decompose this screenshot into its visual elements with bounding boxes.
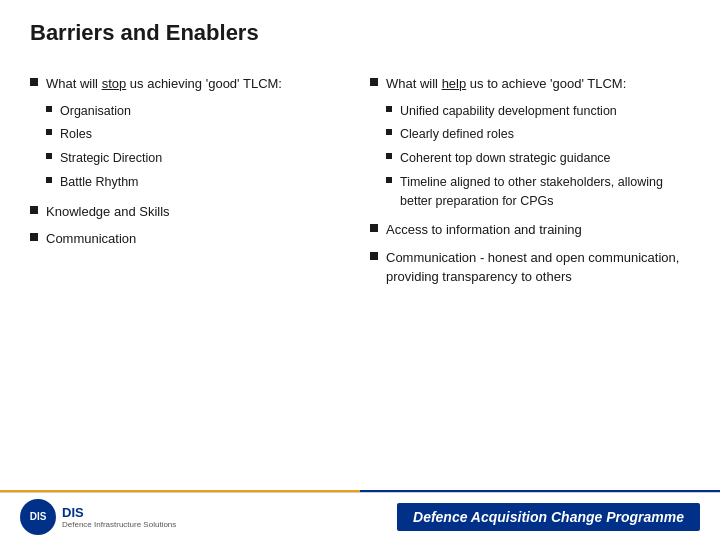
sub-bullet-icon — [46, 106, 52, 112]
right-what-label: What will — [386, 76, 442, 91]
sub-bullet-text: Coherent top down strategic guidance — [400, 149, 611, 168]
right-suffix: us to achieve 'good' TLCM: — [466, 76, 626, 91]
sub-bullet-icon — [386, 177, 392, 183]
left-main-bullet-text: What will stop us achieving 'good' TLCM: — [46, 74, 282, 94]
list-item: Strategic Direction — [46, 149, 350, 168]
sub-bullet-text: Strategic Direction — [60, 149, 162, 168]
left-main-bullet-icon — [30, 78, 38, 86]
logo-text: DIS — [30, 511, 47, 522]
footer: DIS DIS Defence Infrastructure Solutions… — [0, 492, 720, 540]
page-title: Barriers and Enablers — [30, 20, 690, 52]
sub-bullet-icon — [386, 129, 392, 135]
program-label: Defence Acquisition Change Programme — [397, 503, 700, 531]
right-help-label: help — [442, 76, 467, 91]
bullet-icon — [370, 224, 378, 232]
list-item: Battle Rhythm — [46, 173, 350, 192]
left-stop-label: stop — [102, 76, 127, 91]
footer-logo: DIS DIS Defence Infrastructure Solutions — [20, 499, 176, 535]
extra-bullet-text: Access to information and training — [386, 220, 582, 240]
list-item: Communication — [30, 229, 350, 249]
logo-icon: DIS — [20, 499, 56, 535]
extra-bullet-text: Knowledge and Skills — [46, 202, 170, 222]
sub-bullet-icon — [46, 177, 52, 183]
sub-bullet-text: Roles — [60, 125, 92, 144]
left-column: What will stop us achieving 'good' TLCM:… — [30, 74, 370, 295]
right-main-bullet-icon — [370, 78, 378, 86]
bullet-icon — [30, 206, 38, 214]
sub-bullet-text: Organisation — [60, 102, 131, 121]
content-area: What will stop us achieving 'good' TLCM:… — [30, 74, 690, 295]
left-sub-list: Organisation Roles Strategic Direction B… — [46, 102, 350, 192]
sub-bullet-text: Unified capability development function — [400, 102, 617, 121]
right-main-bullet: What will help us to achieve 'good' TLCM… — [370, 74, 690, 94]
bullet-icon — [370, 252, 378, 260]
logo-subtitle: Defence Infrastructure Solutions — [62, 520, 176, 529]
slide: Barriers and Enablers What will stop us … — [0, 0, 720, 540]
list-item: Unified capability development function — [386, 102, 690, 121]
list-item: Communication - honest and open communic… — [370, 248, 690, 287]
list-item: Organisation — [46, 102, 350, 121]
left-what-label: What will — [46, 76, 102, 91]
logo-text-block: DIS Defence Infrastructure Solutions — [62, 505, 176, 529]
sub-bullet-text: Battle Rhythm — [60, 173, 139, 192]
sub-bullet-icon — [46, 153, 52, 159]
extra-bullet-text: Communication - honest and open communic… — [386, 248, 690, 287]
right-column: What will help us to achieve 'good' TLCM… — [370, 74, 690, 295]
bullet-icon — [30, 233, 38, 241]
sub-bullet-text: Timeline aligned to other stakeholders, … — [400, 173, 690, 211]
logo-dis-label: DIS — [62, 505, 176, 520]
list-item: Timeline aligned to other stakeholders, … — [386, 173, 690, 211]
left-suffix: us achieving 'good' TLCM: — [126, 76, 282, 91]
list-item: Roles — [46, 125, 350, 144]
list-item: Knowledge and Skills — [30, 202, 350, 222]
sub-bullet-icon — [46, 129, 52, 135]
sub-bullet-icon — [386, 153, 392, 159]
right-extra-bullets: Access to information and training Commu… — [370, 220, 690, 287]
left-extra-bullets: Knowledge and Skills Communication — [30, 202, 350, 249]
list-item: Coherent top down strategic guidance — [386, 149, 690, 168]
list-item: Clearly defined roles — [386, 125, 690, 144]
sub-bullet-text: Clearly defined roles — [400, 125, 514, 144]
list-item: Access to information and training — [370, 220, 690, 240]
left-main-bullet: What will stop us achieving 'good' TLCM: — [30, 74, 350, 94]
extra-bullet-text: Communication — [46, 229, 136, 249]
sub-bullet-icon — [386, 106, 392, 112]
right-main-bullet-text: What will help us to achieve 'good' TLCM… — [386, 74, 626, 94]
right-sub-list: Unified capability development function … — [386, 102, 690, 211]
